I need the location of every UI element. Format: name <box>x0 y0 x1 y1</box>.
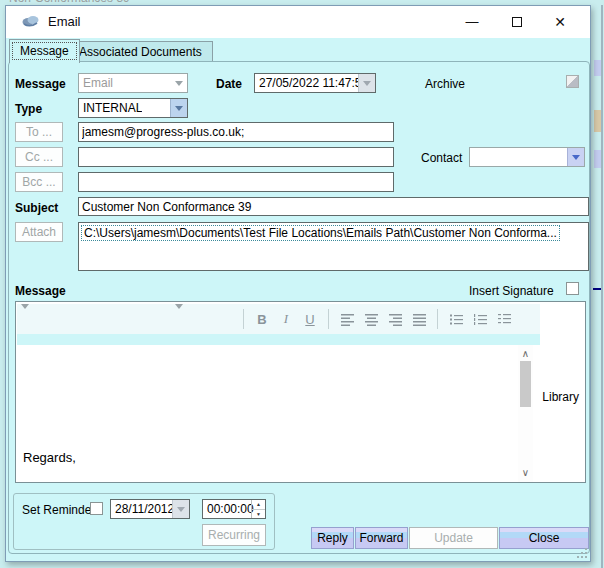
scroll-up-icon[interactable]: ∧ <box>518 347 533 361</box>
set-reminder-label: Set Reminder <box>22 503 95 517</box>
tab-message[interactable]: Message <box>9 39 80 63</box>
window-title: Email <box>48 14 81 29</box>
bullet-list-button[interactable] <box>444 308 468 330</box>
to-button[interactable]: To ... <box>15 122 63 142</box>
background-fragment <box>594 60 601 76</box>
align-right-button[interactable] <box>383 308 407 330</box>
date-combo[interactable]: 27/05/2022 11:47:55 <box>254 73 376 93</box>
cc-button[interactable]: Cc ... <box>15 147 63 167</box>
chevron-down-icon <box>21 304 29 323</box>
tab-associated-documents[interactable]: Associated Documents <box>68 41 213 62</box>
close-window-button[interactable]: ✕ <box>542 6 578 38</box>
maximize-icon <box>512 17 522 27</box>
chevron-down-icon <box>358 74 375 92</box>
resize-grip[interactable] <box>576 547 587 558</box>
minimize-button[interactable]: — <box>454 6 490 38</box>
recurring-button[interactable]: Recurring <box>202 524 266 546</box>
subject-input[interactable] <box>78 197 589 216</box>
bcc-button[interactable]: Bcc ... <box>15 172 63 192</box>
message-body-textarea[interactable]: Regards,James McCaigSystem Support Analy… <box>17 345 534 482</box>
forward-button[interactable]: Forward <box>355 527 408 549</box>
email-app-icon <box>22 14 39 31</box>
toolbar-separator <box>437 309 438 329</box>
reminder-date-combo[interactable]: 28/11/2012 <box>110 499 190 519</box>
reminder-time-value: 00:00:00 <box>207 502 254 516</box>
message-body-label: Message <box>15 284 66 298</box>
italic-button[interactable]: I <box>274 308 298 330</box>
screen: Non-Conformances 39 Email — ✕ Message As… <box>0 0 604 568</box>
archive-checkbox[interactable] <box>566 75 579 88</box>
chevron-down-icon <box>172 500 189 518</box>
background-fragment <box>594 110 601 132</box>
attachments-list[interactable]: C:\Users\jamesm\Documents\Test File Loca… <box>78 222 589 271</box>
set-reminder-checkbox[interactable] <box>90 502 103 515</box>
contact-label: Contact <box>421 151 462 165</box>
bold-button[interactable]: B <box>250 308 274 330</box>
reply-button[interactable]: Reply <box>311 527 354 549</box>
toolbar-separator <box>328 309 329 329</box>
font-name-combo[interactable] <box>21 309 171 329</box>
library-label: Library <box>542 390 579 404</box>
reminder-date-value: 28/11/2012 <box>115 502 174 516</box>
reminder-time-spinner[interactable]: 00:00:00 ▲ ▼ <box>202 499 266 519</box>
maximize-button[interactable] <box>499 6 535 38</box>
multilevel-list-button[interactable] <box>492 308 516 330</box>
spin-up-icon[interactable]: ▲ <box>252 500 265 510</box>
reminder-group: Set Reminder 28/11/2012 00:00:00 ▲ ▼ Rec… <box>13 493 275 550</box>
message-type-label: Message <box>15 77 66 91</box>
archive-label: Archive <box>425 77 465 91</box>
align-center-button[interactable] <box>359 308 383 330</box>
type-combo[interactable]: INTERNAL <box>78 98 188 118</box>
underline-button[interactable]: U <box>298 308 322 330</box>
background-fragment <box>594 150 601 168</box>
numbered-list-button[interactable] <box>468 308 492 330</box>
date-value: 27/05/2022 11:47:55 <box>259 76 368 90</box>
toolbar-gap <box>17 334 540 345</box>
background-scrollbar-edge <box>601 5 603 568</box>
date-label: Date <box>216 77 242 91</box>
email-dialog: Email — ✕ Message Associated Documents M… <box>5 5 591 562</box>
chevron-down-icon <box>170 99 187 117</box>
background-link-fragment <box>593 288 601 290</box>
message-type-combo[interactable]: Email <box>78 73 188 93</box>
justify-button[interactable] <box>407 308 431 330</box>
spin-down-icon[interactable]: ▼ <box>252 510 265 519</box>
chevron-down-icon <box>567 148 584 166</box>
tab-strip: Message Associated Documents <box>6 39 590 62</box>
title-bar[interactable]: Email — ✕ <box>6 6 590 38</box>
message-type-value: Email <box>83 76 113 90</box>
editor-toolbar: B I U <box>17 304 540 334</box>
message-body-text: Regards,James McCaigSystem Support Analy… <box>23 448 161 482</box>
close-button[interactable]: Close <box>499 527 589 549</box>
scroll-down-icon[interactable]: ∨ <box>518 466 533 480</box>
chevron-down-icon <box>170 74 187 92</box>
attach-button[interactable]: Attach <box>15 222 63 242</box>
rich-text-editor: B I U <box>15 301 586 483</box>
bcc-input[interactable] <box>78 172 394 192</box>
vertical-scrollbar[interactable]: ∧ ∨ <box>518 345 533 482</box>
type-label: Type <box>15 102 42 116</box>
align-left-button[interactable] <box>335 308 359 330</box>
insert-signature-label: Insert Signature <box>469 284 554 298</box>
attachment-item[interactable]: C:\Users\jamesm\Documents\Test File Loca… <box>81 225 560 241</box>
to-input[interactable] <box>78 122 394 142</box>
subject-label: Subject <box>15 201 58 215</box>
font-size-combo[interactable] <box>175 309 237 329</box>
cc-input[interactable] <box>78 147 394 167</box>
type-value: INTERNAL <box>83 101 142 115</box>
contact-combo[interactable] <box>469 147 585 167</box>
insert-signature-checkbox[interactable] <box>566 282 579 295</box>
chevron-down-icon <box>175 304 183 323</box>
update-button[interactable]: Update <box>409 527 498 549</box>
toolbar-separator <box>243 309 244 329</box>
scrollbar-thumb[interactable] <box>520 361 531 407</box>
